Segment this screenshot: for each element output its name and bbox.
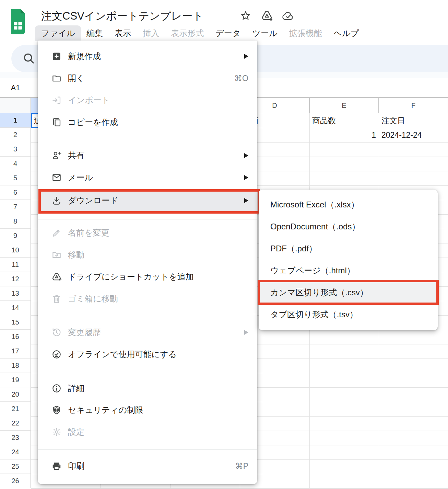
- row-header-25[interactable]: 25: [0, 459, 31, 474]
- row-header-17[interactable]: 17: [0, 344, 31, 359]
- select-all-corner[interactable]: [0, 98, 31, 113]
- menu-item-label: 名前を変更: [68, 227, 248, 238]
- menu-item-label: コピーを作成: [68, 117, 248, 128]
- row-header-26[interactable]: 26: [0, 474, 31, 488]
- file-menu-item-details[interactable]: 詳細: [38, 377, 257, 399]
- row-header-11[interactable]: 11: [0, 258, 31, 272]
- submenu-arrow-icon: [244, 153, 248, 158]
- menubar-item-format: 表示形式: [170, 26, 204, 41]
- file-menu-item-trash: ゴミ箱に移動: [38, 288, 257, 310]
- row-header-4[interactable]: 4: [0, 157, 31, 171]
- download-submenu-item-pdf[interactable]: PDF（.pdf）: [259, 238, 438, 260]
- cell-e2[interactable]: 1: [310, 128, 376, 142]
- row-header-13[interactable]: 13: [0, 286, 31, 301]
- row-header-9[interactable]: 9: [0, 229, 31, 243]
- row-header-18[interactable]: 18: [0, 359, 31, 373]
- cloud-check-icon[interactable]: [281, 10, 293, 22]
- file-menu-item-add-shortcut[interactable]: ドライブにショートカットを追加: [38, 266, 257, 288]
- info-icon: [51, 383, 62, 394]
- row-header-23[interactable]: 23: [0, 431, 31, 445]
- menu-item-label: インポート: [68, 95, 248, 106]
- folder-open-icon: [51, 73, 62, 83]
- row-header-10[interactable]: 10: [0, 243, 31, 258]
- row-header-15[interactable]: 15: [0, 315, 31, 330]
- menubar-item-tools[interactable]: ツール: [251, 26, 278, 41]
- trash-icon: [51, 294, 62, 304]
- download-submenu-item-ods[interactable]: OpenDocument（.ods）: [259, 216, 438, 238]
- menubar-item-view[interactable]: 表示: [114, 26, 132, 41]
- row-header-8[interactable]: 8: [0, 214, 31, 229]
- cell-e1[interactable]: 商品数: [312, 113, 376, 128]
- row-header-14[interactable]: 14: [0, 301, 31, 315]
- file-menu-item-print[interactable]: 印刷⌘P: [38, 455, 257, 477]
- menu-item-label: ゴミ箱に移動: [68, 293, 248, 304]
- search-icon: [22, 52, 35, 65]
- column-header-e[interactable]: E: [309, 98, 379, 113]
- download-submenu: Microsoft Excel（.xlsx）OpenDocument（.ods）…: [259, 190, 438, 330]
- row-header-7[interactable]: 7: [0, 200, 31, 214]
- row-header-21[interactable]: 21: [0, 402, 31, 416]
- file-menu-item-security[interactable]: セキュリティの制限: [38, 399, 257, 421]
- menu-item-label: オフラインで使用可能にする: [68, 349, 248, 360]
- history-icon: [51, 327, 62, 338]
- new-file-icon: [51, 51, 62, 61]
- menubar-item-file[interactable]: ファイル: [35, 25, 81, 41]
- submenu-arrow-icon: [244, 330, 248, 335]
- menu-item-label: 印刷: [68, 460, 235, 471]
- menu-item-shortcut: ⌘O: [234, 74, 248, 83]
- person-add-icon: [51, 150, 62, 161]
- row-header-1[interactable]: 1: [0, 113, 31, 128]
- menu-divider: [38, 372, 257, 372]
- cell-f1[interactable]: 注文日: [381, 113, 446, 128]
- column-header-f[interactable]: F: [379, 98, 448, 113]
- menu-item-label: ドライブにショートカットを追加: [68, 271, 248, 282]
- menu-item-shortcut: ⌘P: [235, 462, 248, 471]
- shield-icon: [51, 405, 62, 415]
- row-header-6[interactable]: 6: [0, 185, 31, 200]
- file-menu-item-share[interactable]: 共有: [38, 145, 257, 167]
- annotation-box-csv: [258, 280, 439, 305]
- menu-item-label: セキュリティの制限: [68, 405, 248, 416]
- import-icon: [51, 95, 62, 105]
- file-menu-item-offline[interactable]: オフラインで使用可能にする: [38, 343, 257, 365]
- file-menu-item-email[interactable]: メール: [38, 167, 257, 189]
- star-icon[interactable]: [240, 10, 252, 22]
- file-menu-item-settings: 設定: [38, 421, 257, 443]
- row-header-20[interactable]: 20: [0, 387, 31, 402]
- menu-item-label: 共有: [68, 150, 244, 161]
- file-menu-item-make-copy[interactable]: コピーを作成: [38, 111, 257, 133]
- row-header-16[interactable]: 16: [0, 330, 31, 344]
- drive-shortcut-add-icon[interactable]: [261, 10, 272, 21]
- menu-bar: ファイル編集表示挿入表示形式データツール拡張機能ヘルプ: [40, 26, 359, 41]
- row-header-19[interactable]: 19: [0, 373, 31, 387]
- pencil-icon: [51, 228, 62, 238]
- file-menu-item-import: インポート: [38, 89, 257, 111]
- menubar-item-help[interactable]: ヘルプ: [333, 26, 360, 41]
- menu-divider: [38, 314, 257, 314]
- row-header-3[interactable]: 3: [0, 142, 31, 157]
- row-header-24[interactable]: 24: [0, 445, 31, 459]
- download-submenu-item-html[interactable]: ウェブページ（.html）: [259, 260, 438, 282]
- row-header-22[interactable]: 22: [0, 416, 31, 431]
- google-sheets-window: 注文CSVインポートテンプレート ファイル編集表示挿入表示形式データツール拡張機…: [0, 0, 448, 489]
- copy-icon: [51, 117, 62, 127]
- menubar-item-edit[interactable]: 編集: [86, 26, 104, 41]
- menu-divider: [38, 138, 257, 138]
- download-submenu-item-tsv[interactable]: タブ区切り形式（.tsv）: [259, 304, 438, 326]
- row-header-2[interactable]: 2: [0, 128, 31, 142]
- menubar-item-extensions: 拡張機能: [288, 26, 323, 41]
- menu-item-label: 移動: [68, 249, 248, 260]
- row-header-12[interactable]: 12: [0, 272, 31, 286]
- submenu-arrow-icon: [244, 54, 248, 59]
- menu-item-label: 詳細: [68, 383, 248, 394]
- menu-divider: [38, 449, 257, 450]
- file-menu-item-new[interactable]: 新規作成: [38, 45, 257, 67]
- file-menu-item-open[interactable]: 開く⌘O: [38, 67, 257, 89]
- download-submenu-item-xlsx[interactable]: Microsoft Excel（.xlsx）: [259, 194, 438, 216]
- menu-divider: [38, 219, 257, 219]
- row-header-5[interactable]: 5: [0, 171, 31, 185]
- cell-f2[interactable]: 2024-12-24: [381, 128, 446, 142]
- document-title[interactable]: 注文CSVインポートテンプレート: [41, 9, 203, 23]
- cell-name-box[interactable]: A1: [0, 78, 31, 97]
- menubar-item-data[interactable]: データ: [215, 26, 241, 41]
